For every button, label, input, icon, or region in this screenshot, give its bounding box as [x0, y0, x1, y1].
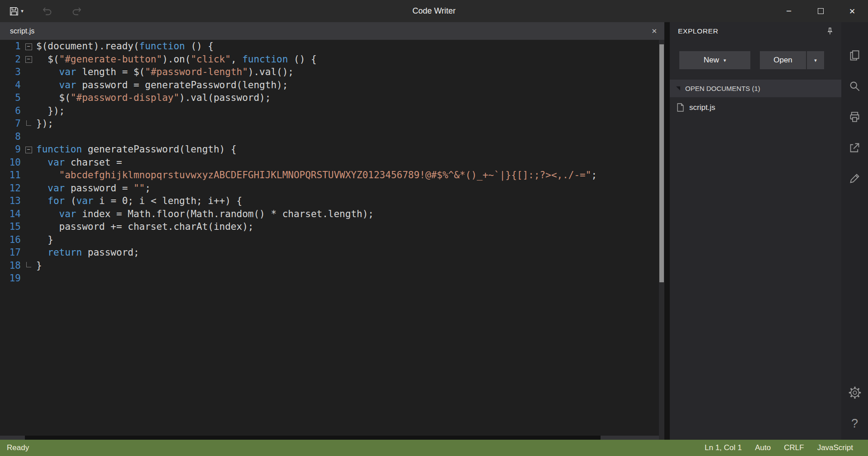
code-line[interactable]: 5 $("#password-display").val(password); — [0, 91, 659, 104]
collapse-triangle-icon — [676, 86, 680, 90]
status-cursor-position[interactable]: Ln 1, Col 1 — [705, 443, 742, 452]
share-panel-button[interactable] — [849, 141, 861, 154]
open-documents-header[interactable]: OPEN DOCUMENTS (1) — [670, 80, 841, 97]
code-text: for (var i = 0; i < length; i++) { — [36, 195, 242, 206]
code-line[interactable]: 2− $("#generate-button").on("click", fun… — [0, 53, 659, 66]
tab-script-js[interactable]: script.js — [10, 27, 34, 35]
explorer-title: EXPLORER — [678, 27, 718, 35]
search-panel-button[interactable] — [849, 80, 861, 92]
edge-toolbar: ? — [841, 22, 868, 440]
code-area[interactable]: 1−$(document).ready(function () {2− $("#… — [0, 40, 659, 436]
print-panel-button[interactable] — [849, 110, 861, 123]
line-number[interactable]: 6 — [0, 104, 21, 118]
line-number[interactable]: 19 — [0, 272, 21, 285]
pin-panel-button[interactable] — [826, 27, 834, 35]
fold-gutter: − — [21, 143, 36, 156]
pencil-icon — [849, 172, 861, 185]
code-line[interactable]: 4 var password = generatePassword(length… — [0, 79, 659, 92]
code-line[interactable]: 7}); — [0, 117, 659, 130]
settings-button[interactable] — [849, 386, 861, 399]
panel-splitter[interactable] — [664, 22, 670, 440]
line-number[interactable]: 7 — [0, 117, 21, 130]
code-text: var password = ""; — [36, 183, 151, 194]
line-number[interactable]: 13 — [0, 195, 21, 208]
file-icon — [677, 103, 684, 112]
code-line[interactable]: 6 }); — [0, 104, 659, 118]
window-controls: ─ ✕ — [773, 0, 868, 22]
horizontal-scrollbar-thumb[interactable] — [25, 436, 601, 440]
line-number[interactable]: 4 — [0, 79, 21, 92]
save-dropdown-icon[interactable]: ▾ — [21, 8, 24, 14]
code-line[interactable]: 17 return password; — [0, 246, 659, 259]
explorer-header: EXPLORER — [670, 22, 841, 40]
code-line[interactable]: 14 var index = Math.floor(Math.random() … — [0, 208, 659, 221]
save-button[interactable]: ▾ — [3, 0, 30, 22]
tab-bar: script.js ✕ — [0, 22, 664, 40]
status-language[interactable]: JavaScript — [817, 443, 853, 452]
code-line[interactable]: 11 "abcdefghijklmnopqrstuvwxyzABCDEFGHIJ… — [0, 169, 659, 182]
chevron-down-icon: ▾ — [724, 57, 726, 63]
code-line[interactable]: 18} — [0, 259, 659, 272]
horizontal-scrollbar[interactable] — [0, 436, 659, 440]
documents-icon — [849, 49, 861, 62]
line-number[interactable]: 8 — [0, 130, 21, 143]
line-number[interactable]: 12 — [0, 182, 21, 195]
open-button[interactable]: Open — [760, 51, 806, 69]
title-bar: ▾ Code Writer ─ ✕ — [0, 0, 868, 22]
line-number[interactable]: 11 — [0, 169, 21, 182]
code-text: var charset = — [36, 157, 122, 168]
redo-button[interactable] — [66, 0, 88, 22]
code-line[interactable]: 9−function generatePassword(length) { — [0, 143, 659, 156]
edit-panel-button[interactable] — [849, 172, 861, 185]
code-text: function generatePassword(length) { — [36, 144, 237, 155]
status-ready: Ready — [7, 443, 29, 452]
minimize-button[interactable]: ─ — [773, 0, 805, 22]
fold-end-marker — [26, 262, 31, 267]
open-dropdown-button[interactable]: ▾ — [807, 51, 824, 69]
fold-collapse-icon[interactable]: − — [25, 147, 32, 153]
code-line[interactable]: 1−$(document).ready(function () { — [0, 40, 659, 53]
vertical-scrollbar[interactable] — [659, 40, 664, 440]
close-button[interactable]: ✕ — [836, 0, 868, 22]
undo-button[interactable] — [36, 0, 58, 22]
line-number[interactable]: 10 — [0, 156, 21, 169]
tab-close-icon[interactable]: ✕ — [651, 27, 657, 35]
gear-icon — [848, 386, 862, 399]
code-line[interactable]: 3 var length = $("#password-length").val… — [0, 66, 659, 79]
file-item[interactable]: script.js — [670, 97, 841, 118]
fold-collapse-icon[interactable]: − — [25, 56, 32, 63]
fold-collapse-icon[interactable]: − — [25, 43, 32, 50]
maximize-button[interactable] — [805, 0, 836, 22]
code-line[interactable]: 13 for (var i = 0; i < length; i++) { — [0, 195, 659, 208]
status-line-ending[interactable]: CRLF — [784, 443, 804, 452]
code-line[interactable]: 15 password += charset.charAt(index); — [0, 220, 659, 233]
status-encoding[interactable]: Auto — [755, 443, 771, 452]
line-number[interactable]: 18 — [0, 259, 21, 272]
code-line[interactable]: 16 } — [0, 233, 659, 247]
save-icon — [9, 6, 19, 16]
file-name: script.js — [689, 103, 715, 112]
line-number[interactable]: 2 — [0, 53, 21, 66]
line-number[interactable]: 1 — [0, 40, 21, 53]
fold-gutter — [21, 259, 36, 272]
line-number[interactable]: 9 — [0, 143, 21, 156]
help-button[interactable]: ? — [849, 417, 861, 430]
code-editor[interactable]: 1−$(document).ready(function () {2− $("#… — [0, 40, 664, 440]
status-right-group: Ln 1, Col 1 Auto CRLF JavaScript — [705, 443, 868, 452]
line-number[interactable]: 17 — [0, 246, 21, 259]
line-number[interactable]: 16 — [0, 233, 21, 247]
fold-gutter: − — [21, 53, 36, 66]
new-button[interactable]: New ▾ — [679, 51, 750, 69]
code-line[interactable]: 19 — [0, 272, 659, 285]
code-line[interactable]: 10 var charset = — [0, 156, 659, 169]
code-line[interactable]: 8 — [0, 130, 659, 143]
line-number[interactable]: 15 — [0, 220, 21, 233]
code-line[interactable]: 12 var password = ""; — [0, 182, 659, 195]
pin-icon — [826, 27, 834, 35]
redo-icon — [71, 5, 83, 17]
line-number[interactable]: 5 — [0, 91, 21, 104]
documents-panel-button[interactable] — [849, 49, 861, 62]
vertical-scrollbar-thumb[interactable] — [659, 44, 664, 282]
line-number[interactable]: 3 — [0, 66, 21, 79]
line-number[interactable]: 14 — [0, 208, 21, 221]
